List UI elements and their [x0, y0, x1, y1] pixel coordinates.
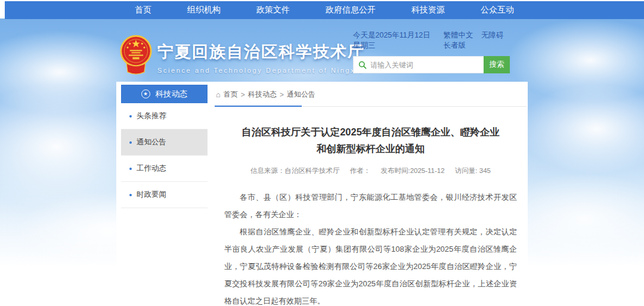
- article-paragraph: 各市、县（区）科技管理部门，宁东能源化工基地管委会，银川经济技术开发区管委会，各…: [224, 188, 517, 223]
- meta-author: 作者：: [350, 167, 371, 174]
- meta-source: 信息来源：自治区科学技术厅: [250, 167, 340, 174]
- bullet-dot-icon: [129, 115, 132, 118]
- sidebar: ★ 科技动态 头条推荐 通知公告 工作动态 时政要闻: [121, 85, 208, 208]
- sidebar-item-notices[interactable]: 通知公告: [121, 129, 208, 156]
- breadcrumb-separator: >: [241, 91, 245, 99]
- home-icon: ⌂: [216, 91, 221, 98]
- nav-item-policy-documents[interactable]: 政策文件: [256, 5, 290, 16]
- accessibility-link[interactable]: 无障碍: [481, 31, 504, 39]
- article-body: 各市、县（区）科技管理部门，宁东能源化工基地管委会，银川经济技术开发区管委会，各…: [224, 188, 517, 306]
- bullet-dot-icon: [129, 168, 132, 170]
- search-bar: 搜索: [353, 56, 510, 73]
- search-icon: [358, 61, 367, 69]
- breadcrumb-active-underline: [215, 106, 302, 107]
- breadcrumb: ⌂ 首页 > 科技动态 > 通知公告: [215, 82, 527, 107]
- breadcrumb-home[interactable]: 首页: [224, 89, 238, 100]
- article-paragraph: 根据自治区雏鹰企业、瞪羚企业和创新型标杆企业认定管理有关规定，决定认定半亩良人农…: [224, 223, 517, 306]
- article-meta: 信息来源：自治区科学技术厅 作者： 发布时间:2025-11-12 访问量: 3…: [215, 166, 527, 175]
- sidebar-item-work-updates[interactable]: 工作动态: [121, 156, 208, 182]
- top-nav: 首页 组织机构 政策文件 政府信息公开 科技资源 公众互动: [5, 1, 644, 19]
- bullet-dot-icon: [129, 194, 132, 196]
- search-button[interactable]: 搜索: [484, 56, 510, 73]
- bullet-dot-icon: [129, 141, 132, 144]
- sidebar-item-label: 工作动态: [137, 163, 166, 174]
- nav-item-gov-info-disclosure[interactable]: 政府信息公开: [326, 5, 376, 16]
- quick-links: 繁體中文 无障碍 长者版: [438, 30, 518, 51]
- article-area: ⌂ 首页 > 科技动态 > 通知公告 自治区科技厅关于认定2025年度自治区雏鹰…: [215, 82, 527, 306]
- nav-item-tech-resources[interactable]: 科技资源: [411, 5, 445, 16]
- elder-version-link[interactable]: 长者版: [444, 41, 466, 50]
- article-title-line2: 和创新型标杆企业的通知: [225, 140, 516, 157]
- breadcrumb-current: 通知公告: [287, 89, 315, 100]
- nav-item-home[interactable]: 首页: [135, 5, 151, 16]
- sidebar-item-label: 时政要闻: [137, 190, 166, 200]
- breadcrumb-tech-news[interactable]: 科技动态: [248, 89, 277, 100]
- sidebar-item-label: 头条推荐: [137, 111, 166, 121]
- sidebar-header-label: 科技动态: [156, 89, 188, 100]
- article-title-line1: 自治区科技厅关于认定2025年度自治区雏鹰企业、瞪羚企业: [225, 123, 516, 140]
- article-title: 自治区科技厅关于认定2025年度自治区雏鹰企业、瞪羚企业 和创新型标杆企业的通知: [225, 123, 516, 157]
- cloud: [519, 84, 644, 174]
- sidebar-item-label: 通知公告: [137, 137, 166, 147]
- current-date: 今天是2025年11月12日 星期三: [353, 30, 438, 51]
- nav-item-organization[interactable]: 组织机构: [187, 5, 221, 16]
- star-circle-icon: ★: [141, 89, 150, 98]
- traditional-chinese-link[interactable]: 繁體中文: [444, 31, 473, 39]
- sidebar-item-political-news[interactable]: 时政要闻: [121, 182, 208, 208]
- content-wrapper: ★ 科技动态 头条推荐 通知公告 工作动态 时政要闻 ⌂: [116, 82, 528, 306]
- site-title: 宁夏回族自治区科学技术厅: [157, 41, 365, 63]
- sidebar-header-tech-news[interactable]: ★ 科技动态: [121, 85, 208, 103]
- site-header: 宁夏回族自治区科学技术厅 Science and Technology Depa…: [0, 18, 644, 82]
- site-subtitle: Science and Technology Department of Nin…: [157, 67, 365, 74]
- meta-visit-count: 访问量: 345: [455, 167, 491, 174]
- page: 首页 组织机构 政策文件 政府信息公开 科技资源 公众互动: [0, 0, 644, 306]
- breadcrumb-separator: >: [280, 91, 284, 99]
- nav-item-public-interaction[interactable]: 公众互动: [481, 5, 514, 16]
- sidebar-item-headlines[interactable]: 头条推荐: [121, 103, 208, 129]
- meta-publish-time: 发布时间:2025-11-12: [380, 167, 444, 174]
- search-input[interactable]: [370, 61, 484, 69]
- national-emblem-logo: [119, 34, 153, 76]
